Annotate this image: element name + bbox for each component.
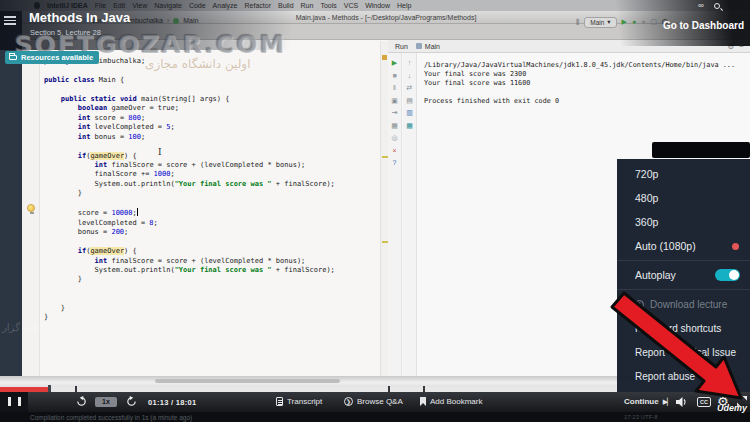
menu-item-keyboard-shortcuts[interactable]: Keyboard shortcuts bbox=[617, 316, 750, 340]
autoplay-toggle[interactable] bbox=[715, 269, 740, 281]
menu-item-report-abuse[interactable]: Report abuse bbox=[617, 364, 750, 388]
text-caret bbox=[137, 208, 138, 216]
ide-status-message: Compilation completed successfully in 1s… bbox=[30, 414, 192, 421]
bookmark-icon bbox=[420, 397, 426, 406]
code-line[interactable]: public static void main(String[] args) { bbox=[44, 95, 380, 104]
active-quality-dot bbox=[732, 243, 739, 250]
code-line[interactable] bbox=[44, 294, 380, 303]
layout-icon[interactable]: ▦ bbox=[391, 120, 398, 133]
captions-button[interactable]: CC bbox=[697, 397, 711, 407]
console-icon[interactable]: ▥ bbox=[406, 107, 413, 120]
clear-icon[interactable]: ▦ bbox=[406, 120, 413, 133]
code-line[interactable] bbox=[44, 142, 380, 151]
resources-badge-label: Resources available bbox=[21, 53, 93, 62]
code-line[interactable]: } bbox=[44, 275, 380, 284]
help-icon[interactable]: ? bbox=[393, 157, 397, 170]
code-line[interactable]: boolean gameOver = true; bbox=[44, 104, 380, 113]
code-line[interactable]: } bbox=[44, 304, 380, 313]
course-curriculum-menu-icon[interactable] bbox=[4, 16, 16, 25]
info-icon: i bbox=[635, 300, 644, 309]
code-line[interactable]: int levelCompleted = 5; bbox=[44, 123, 380, 132]
restart-icon[interactable]: ⇄ bbox=[407, 82, 413, 95]
code-line[interactable]: int finalScore = score + (levelCompleted… bbox=[44, 161, 380, 170]
forward-button[interactable] bbox=[126, 396, 137, 407]
pin-icon[interactable]: ◎ bbox=[391, 132, 397, 145]
spotlight-search-icon[interactable] bbox=[714, 3, 720, 9]
code-line[interactable]: finalScore += 1000; bbox=[44, 170, 380, 179]
code-line[interactable] bbox=[44, 238, 380, 247]
code-line[interactable]: if(gameOver) { bbox=[44, 247, 380, 256]
intention-lightbulb-icon[interactable] bbox=[27, 204, 35, 212]
forward-icon bbox=[126, 396, 137, 407]
transcript-icon bbox=[276, 397, 283, 406]
run-icon-col-2: ↑↓⇄▤▥▦ bbox=[403, 53, 417, 377]
code-lines: package com.timbuchalka; public class Ma… bbox=[44, 57, 380, 323]
pause-icon[interactable]: ‖ bbox=[393, 82, 396, 95]
ide-status-strip: Compilation completed successfully in 1s… bbox=[0, 412, 750, 422]
volume-button[interactable] bbox=[676, 397, 688, 407]
transcript-button[interactable]: Transcript bbox=[276, 397, 322, 406]
rerun-icon[interactable]: ▶ bbox=[392, 57, 397, 70]
quality-options: 720p480p360pAuto (1080p) bbox=[617, 159, 750, 258]
pause-button[interactable] bbox=[8, 397, 24, 406]
code-line[interactable]: int bonus = 100; bbox=[44, 133, 380, 142]
stop-icon[interactable]: ■ bbox=[392, 70, 396, 83]
continue-button[interactable]: Continue ▶▏ bbox=[624, 397, 671, 406]
close-icon[interactable]: × bbox=[392, 145, 396, 158]
link-status-icon[interactable]: ∞ bbox=[698, 0, 704, 11]
quality-option-360p[interactable]: 360p bbox=[617, 210, 750, 234]
code-line[interactable]: public class Main { bbox=[44, 76, 380, 85]
code-line[interactable]: score = 10000; bbox=[44, 208, 380, 218]
watermark-corner: سافت گزار bbox=[2, 322, 49, 333]
autoplay-row: Autoplay bbox=[617, 263, 750, 287]
code-line[interactable]: if(gameOver) { bbox=[44, 152, 380, 161]
rewind-icon bbox=[76, 396, 87, 407]
quality-option-480p[interactable]: 480p bbox=[617, 186, 750, 210]
menu-divider bbox=[617, 289, 750, 290]
quality-label: 720p bbox=[635, 168, 658, 180]
code-line[interactable] bbox=[44, 199, 380, 208]
playback-speed-button[interactable]: 1x bbox=[95, 397, 117, 407]
menu-item-label: Report Technical Issue bbox=[635, 347, 736, 358]
exit-icon[interactable]: ⇥ bbox=[392, 107, 398, 120]
code-line[interactable]: levelCompleted = 8; bbox=[44, 219, 380, 228]
watermark-secondary: اولین دانشگاه مجازی bbox=[145, 57, 250, 71]
quality-label: 480p bbox=[635, 192, 658, 204]
browse-qa-button[interactable]: ❯ Browse Q&A bbox=[344, 397, 403, 406]
code-line[interactable]: } bbox=[44, 189, 380, 198]
down-icon[interactable]: ↓ bbox=[408, 70, 412, 83]
go-to-dashboard-link[interactable]: Go to Dashboard bbox=[663, 20, 744, 31]
dump-icon[interactable]: ▣ bbox=[391, 95, 398, 108]
code-line[interactable]: int finalScore = score + (levelCompleted… bbox=[44, 257, 380, 266]
run-icon-col-1: ▶■‖▣⇥▦◎×? bbox=[388, 53, 402, 377]
console-line: Your final score was 11600 bbox=[424, 79, 735, 88]
speed-label: 1x bbox=[95, 397, 117, 407]
up-icon[interactable]: ↑ bbox=[408, 57, 412, 70]
volume-icon bbox=[676, 397, 688, 407]
code-line[interactable]: } bbox=[44, 313, 380, 322]
menu-item-download-lecture: iDownload lecture bbox=[617, 292, 750, 316]
resources-available-badge[interactable]: Resources available bbox=[5, 51, 99, 64]
code-line[interactable] bbox=[44, 85, 380, 94]
console-lines[interactable]: /Library/Java/JavaVirtualMachines/jdk1.8… bbox=[424, 61, 735, 106]
editor-error-stripe[interactable] bbox=[380, 41, 388, 377]
settings-menu-items: iDownload lectureKeyboard shortcutsRepor… bbox=[617, 292, 750, 388]
console-line: Process finished with exit code 0 bbox=[424, 97, 735, 106]
menu-item-label: Download lecture bbox=[650, 299, 727, 310]
code-line[interactable]: System.out.println("Your final score was… bbox=[44, 180, 380, 189]
add-bookmark-button[interactable]: Add Bookmark bbox=[420, 397, 482, 406]
menu-item-report-technical-issue[interactable]: Report Technical Issue bbox=[617, 340, 750, 364]
browse-qa-label: Browse Q&A bbox=[357, 397, 403, 406]
horizontal-scrollbar-thumb[interactable] bbox=[155, 379, 340, 383]
quality-option-auto-1080p-[interactable]: Auto (1080p) bbox=[617, 234, 750, 258]
softwrap-icon[interactable]: ▤ bbox=[406, 95, 413, 108]
code-line[interactable]: System.out.println("Your final score was… bbox=[44, 266, 380, 275]
code-line[interactable]: bonus = 200; bbox=[44, 228, 380, 237]
code-line[interactable]: int score = 800; bbox=[44, 114, 380, 123]
quality-option-720p[interactable]: 720p bbox=[617, 162, 750, 186]
qa-icon: ❯ bbox=[344, 397, 353, 406]
cc-icon: CC bbox=[697, 397, 711, 407]
rewind-button[interactable] bbox=[76, 396, 87, 407]
code-line[interactable] bbox=[44, 285, 380, 294]
add-bookmark-label: Add Bookmark bbox=[430, 397, 482, 406]
